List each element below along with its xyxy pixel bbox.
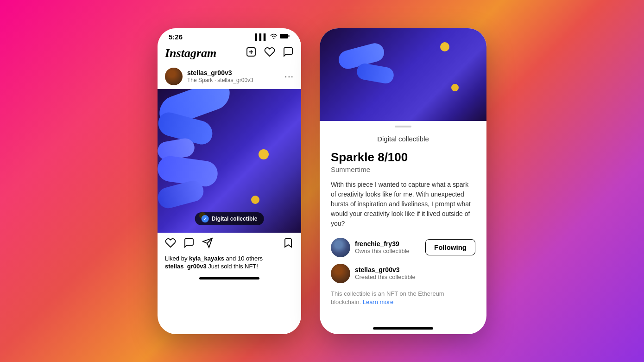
signal-icon: ▌▌▌ [255, 33, 268, 40]
home-indicator-right [373, 327, 433, 330]
nft-title: Sparkle 8/100 [331, 150, 475, 165]
post-subtitle: The Spark · stellas_gr00v3 [187, 77, 284, 83]
svg-rect-0 [280, 34, 288, 38]
creator-info: stellas_gr00v3 Created this collectible [355, 266, 475, 280]
wifi-icon [270, 33, 278, 40]
add-post-icon[interactable] [246, 46, 257, 60]
owner-role: Owns this collectible [355, 248, 425, 254]
post-more-icon[interactable]: ··· [284, 71, 294, 82]
header-action-icons [246, 46, 294, 60]
instagram-header: Instagram [158, 43, 301, 64]
owner-row: frenchie_fry39 Owns this collectible Fol… [331, 238, 475, 257]
verified-check-icon: ✓ [202, 215, 209, 222]
nft-detail-image [320, 28, 486, 121]
nft-collection: Summertime [331, 165, 475, 173]
battery-icon [280, 33, 290, 40]
post-username[interactable]: stellas_gr00v3 [187, 69, 284, 77]
home-indicator [199, 277, 259, 279]
comment-icon[interactable] [183, 237, 195, 251]
notifications-icon[interactable] [264, 46, 275, 60]
post-user-row: stellas_gr00v3 The Spark · stellas_gr00v… [158, 64, 301, 89]
post-actions [158, 233, 301, 254]
status-icons: ▌▌▌ [255, 33, 290, 40]
post-caption: Liked by kyia_kayaks and 10 others stell… [158, 254, 301, 273]
owner-info: frenchie_fry39 Owns this collectible [355, 240, 425, 254]
nft-description: With this piece I wanted to capture what… [331, 180, 475, 229]
right-phone: Digital collectible Sparkle 8/100 Summer… [320, 28, 486, 334]
post-user-info: stellas_gr00v3 The Spark · stellas_gr00v… [187, 69, 284, 83]
nft-badge[interactable]: ✓ Digital collectible [195, 212, 264, 225]
instagram-logo: Instagram [165, 46, 216, 60]
sheet-title: Digital collectible [331, 135, 475, 143]
left-phone: 5:26 ▌▌▌ Instagram [158, 28, 301, 334]
caption-likes: Liked by kyia_kayaks and 10 others [165, 255, 294, 262]
caption-text: stellas_gr00v3 Just sold this NFT! [165, 263, 294, 270]
creator-username[interactable]: stellas_gr00v3 [355, 266, 475, 273]
creator-role: Created this collectible [355, 273, 475, 280]
creator-row: stellas_gr00v3 Created this collectible [331, 264, 475, 283]
avatar [165, 68, 183, 85]
status-bar: 5:26 ▌▌▌ [158, 28, 301, 43]
bookmark-icon[interactable] [283, 237, 294, 251]
share-icon[interactable] [202, 237, 213, 251]
messenger-icon[interactable] [283, 46, 294, 60]
status-time: 5:26 [169, 33, 183, 41]
action-icons-left [165, 237, 213, 251]
sheet-content: Digital collectible Sparkle 8/100 Summer… [320, 127, 486, 324]
post-image: ✓ Digital collectible [158, 89, 301, 233]
owner-avatar [331, 238, 350, 257]
svg-rect-1 [289, 35, 290, 37]
learn-more-link[interactable]: Learn more [363, 298, 393, 305]
creator-avatar [331, 264, 350, 283]
owner-username[interactable]: frenchie_fry39 [355, 240, 425, 248]
nft-footer-text: This collectible is an NFT on the Ethere… [331, 290, 475, 306]
following-button[interactable]: Following [425, 239, 475, 255]
like-icon[interactable] [165, 237, 176, 251]
